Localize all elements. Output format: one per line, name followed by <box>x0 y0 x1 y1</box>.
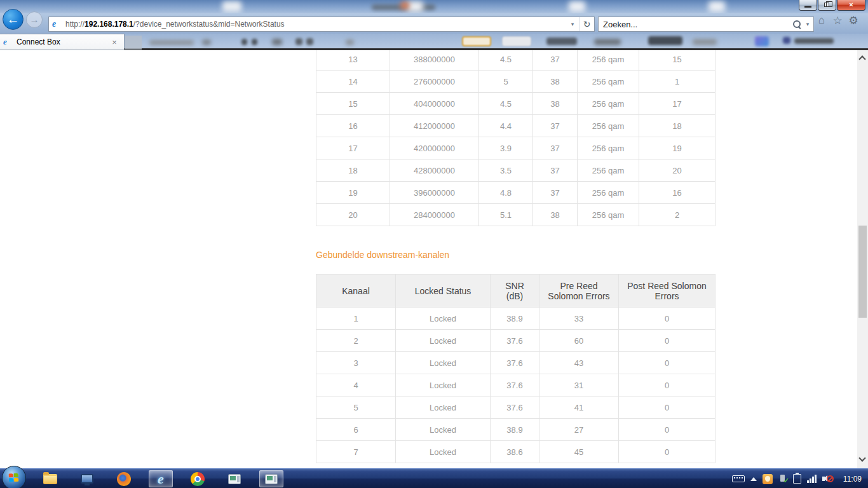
monitor-icon <box>81 474 93 484</box>
forward-button[interactable]: → <box>26 11 43 28</box>
show-hidden-icons-arrow[interactable] <box>750 477 757 481</box>
table-cell: 37 <box>533 159 578 182</box>
search-box[interactable]: ▾ <box>598 17 814 32</box>
background-window-blur <box>709 1 725 12</box>
back-button[interactable]: ← <box>3 9 24 30</box>
column-header-post-rs-errors: Post Reed Solomon Errors <box>619 274 715 308</box>
background-ribbon-blur <box>648 36 682 45</box>
table-cell: 256 qam <box>578 71 639 93</box>
refresh-icon[interactable]: ↻ <box>579 17 594 31</box>
table-cell: 0 <box>619 441 715 463</box>
network-signal-icon[interactable] <box>807 475 817 483</box>
keyboard-icon[interactable] <box>732 475 745 482</box>
table-cell: 37 <box>533 182 578 204</box>
taskbar-ie-button-active[interactable]: e <box>149 470 173 487</box>
table-cell: Locked <box>396 308 491 330</box>
volume-muted-icon[interactable] <box>822 474 834 484</box>
taskbar-app-window-button-active[interactable] <box>259 470 283 487</box>
check-icon: ✓ <box>783 477 789 485</box>
table-cell: 396000000 <box>390 182 479 204</box>
vertical-scrollbar[interactable] <box>857 50 868 468</box>
tab-favicon-ie-icon: e <box>3 37 13 47</box>
search-input[interactable] <box>599 18 793 30</box>
table-cell: 18 <box>316 159 390 182</box>
scrollbar-thumb[interactable] <box>858 226 867 318</box>
table-cell: 41 <box>539 396 619 419</box>
taskbar-firefox-button[interactable] <box>112 470 136 487</box>
background-ribbon-highlight-blur <box>462 36 491 46</box>
new-tab-button[interactable] <box>125 36 142 50</box>
tab-connect-box[interactable]: e Connect Box × <box>0 34 125 50</box>
close-button[interactable]: × <box>837 0 865 11</box>
table-cell: Locked <box>396 396 491 419</box>
table-cell: 37 <box>533 50 578 71</box>
table-cell: Locked <box>396 419 491 441</box>
address-bar[interactable]: e http://192.168.178.1/?device_networkst… <box>48 17 595 32</box>
column-header-snr: SNR (dB) <box>491 274 539 308</box>
table-row: 154040000004.538256 qam17 <box>316 93 715 115</box>
background-ribbon-blur <box>693 39 717 45</box>
autocomplete-dropdown-icon[interactable]: ▾ <box>566 17 579 31</box>
table-row: 2Locked37.6600 <box>316 330 715 352</box>
restore-icon <box>824 3 829 7</box>
tab-close-icon[interactable]: × <box>110 37 119 47</box>
desktop: × ← → e http://192.168.178.1/?device_net… <box>0 0 868 488</box>
table-cell: 16 <box>639 182 715 204</box>
minimize-icon <box>804 6 811 8</box>
safely-remove-hardware-icon[interactable]: ✓ <box>778 475 787 484</box>
table-row: 133880000004.537256 qam15 <box>316 50 715 71</box>
table-cell: 3.5 <box>479 159 533 182</box>
table-cell: 20 <box>316 204 390 226</box>
app-window-icon <box>265 474 278 484</box>
table-cell: 18 <box>639 115 715 137</box>
folder-icon <box>43 474 57 484</box>
table-cell: 20 <box>639 159 715 182</box>
taskbar-chrome-button[interactable] <box>186 470 210 487</box>
table-cell: 38 <box>533 71 578 93</box>
home-icon[interactable]: ⌂ <box>816 14 827 27</box>
restore-button[interactable] <box>818 0 836 11</box>
search-icon[interactable] <box>793 20 801 28</box>
table-cell: 3.9 <box>479 137 533 159</box>
table-cell: 31 <box>539 374 619 396</box>
scroll-down-icon[interactable] <box>858 454 865 461</box>
table-row: 164120000004.437256 qam18 <box>316 115 715 137</box>
windows-flag-icon <box>9 473 20 483</box>
taskbar-explorer-button[interactable] <box>38 470 62 487</box>
taskbar-app-window-button[interactable] <box>222 470 247 487</box>
taskbar-pinned-icons: e <box>38 469 283 488</box>
background-ribbon-icon-blur <box>755 36 769 46</box>
taskbar-clock: 11:09 <box>843 475 862 484</box>
scroll-up-icon[interactable] <box>858 55 865 62</box>
taskbar-computer-button[interactable] <box>75 470 99 487</box>
back-icon: ← <box>7 12 20 26</box>
table-row: 4Locked37.6310 <box>316 374 715 396</box>
table-cell: 38 <box>533 204 578 226</box>
table-cell: 37.6 <box>491 374 539 396</box>
security-shield-icon[interactable] <box>763 474 773 484</box>
table-cell: 27 <box>539 419 619 441</box>
start-button[interactable] <box>2 466 26 488</box>
table-cell: 5.1 <box>479 204 533 226</box>
tab-title: Connect Box <box>17 37 60 46</box>
browser-tabbar: e Connect Box × <box>0 34 868 50</box>
internet-explorer-icon: e <box>158 472 164 486</box>
table-cell: 284000000 <box>390 204 479 226</box>
table-cell: 15 <box>316 93 390 115</box>
background-ribbon-blur <box>252 39 257 45</box>
minimize-button[interactable] <box>799 0 817 11</box>
table-cell: 7 <box>316 441 396 463</box>
table-cell: 60 <box>539 330 619 352</box>
table-row: 174200000003.937256 qam19 <box>316 137 715 159</box>
favorites-icon[interactable]: ☆ <box>832 14 843 27</box>
clipboard-icon[interactable] <box>793 474 801 484</box>
downstream-channels-table: 133880000004.537256 qam15142760000005382… <box>316 50 715 226</box>
settings-icon[interactable]: ⚙ <box>848 14 859 27</box>
chrome-icon <box>191 472 205 486</box>
table-row: 6Locked38.9270 <box>316 419 715 441</box>
table-cell: 38.6 <box>491 441 539 463</box>
background-ribbon-blur <box>202 39 211 45</box>
search-dropdown-icon[interactable]: ▾ <box>802 21 813 27</box>
url-domain: 192.168.178.1 <box>85 20 133 29</box>
background-ribbon-blur <box>594 39 621 45</box>
